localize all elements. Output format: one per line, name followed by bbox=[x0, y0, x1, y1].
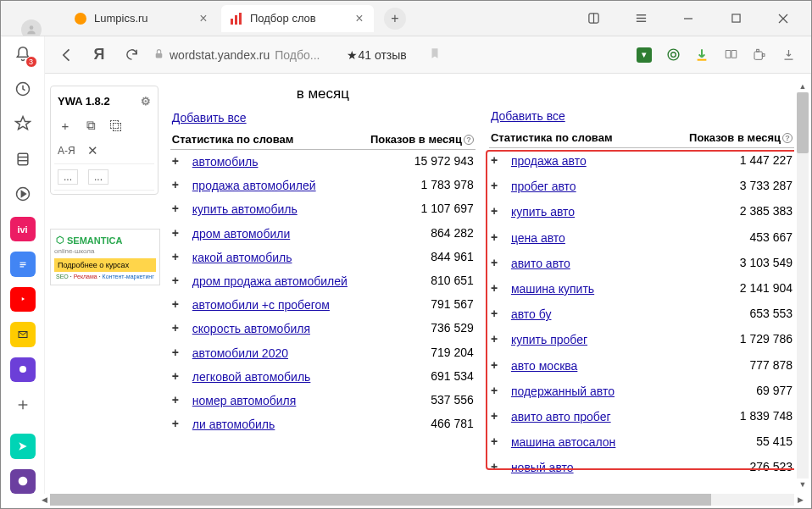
keyword-link[interactable]: авито авто bbox=[511, 256, 691, 271]
keyword-link[interactable]: машина автосалон bbox=[511, 434, 691, 450]
add-keyword-icon[interactable]: + bbox=[491, 332, 504, 346]
add-keyword-icon[interactable]: + bbox=[491, 230, 504, 244]
help-icon[interactable]: ? bbox=[782, 133, 793, 143]
scroll-up-arrow[interactable]: ▲ bbox=[797, 80, 809, 92]
add-keyword-icon[interactable]: + bbox=[172, 154, 186, 168]
scroll-left-arrow[interactable]: ◀ bbox=[38, 494, 50, 506]
downloads-icon[interactable] bbox=[781, 47, 796, 63]
keyword-link[interactable]: машина купить bbox=[511, 281, 691, 296]
ywa-clear-icon[interactable]: ✕ bbox=[86, 143, 101, 158]
youtube-app-icon[interactable] bbox=[10, 287, 36, 312]
keyword-link[interactable]: продажа авто bbox=[511, 153, 691, 169]
close-tab-icon[interactable]: × bbox=[197, 13, 209, 25]
extension-icon[interactable] bbox=[665, 47, 681, 63]
add-keyword-icon[interactable]: + bbox=[172, 297, 186, 311]
keyword-link[interactable]: купить пробег bbox=[511, 332, 691, 347]
keyword-link[interactable]: дром продажа автомобилей bbox=[192, 274, 372, 289]
add-keyword-icon[interactable]: + bbox=[172, 417, 186, 430]
ywa-copy-icon[interactable]: ⧉ bbox=[83, 118, 98, 133]
help-icon[interactable]: ? bbox=[464, 135, 474, 145]
scroll-down-arrow[interactable]: ▼ bbox=[797, 479, 809, 490]
keyword-link[interactable]: пробег авто bbox=[511, 179, 691, 194]
ywa-add-icon[interactable]: + bbox=[58, 118, 73, 133]
maximize-button[interactable] bbox=[720, 7, 752, 30]
browser-tab[interactable]: Lumpics.ru × bbox=[65, 5, 218, 32]
minimize-button[interactable] bbox=[672, 7, 704, 30]
add-keyword-icon[interactable]: + bbox=[172, 274, 186, 287]
ivi-app-icon[interactable]: ivi bbox=[10, 217, 36, 241]
back-button[interactable] bbox=[57, 45, 77, 65]
add-keyword-icon[interactable]: + bbox=[172, 250, 186, 263]
keyword-link[interactable]: авто москва bbox=[511, 358, 691, 373]
download-arrow-icon[interactable] bbox=[694, 47, 709, 63]
collections-icon[interactable] bbox=[10, 147, 36, 171]
scroll-thumb[interactable] bbox=[797, 92, 809, 153]
keyword-link[interactable]: автомобили 2020 bbox=[192, 346, 372, 361]
reader-icon[interactable] bbox=[723, 47, 738, 63]
keyword-link[interactable]: автомобили +с пробегом bbox=[192, 297, 372, 313]
add-keyword-icon[interactable]: + bbox=[172, 393, 186, 407]
add-keyword-icon[interactable]: + bbox=[491, 204, 504, 218]
add-keyword-icon[interactable]: + bbox=[172, 226, 186, 240]
yandex-search-icon[interactable]: Я bbox=[89, 45, 109, 65]
add-keyword-icon[interactable]: + bbox=[491, 409, 504, 423]
scroll-right-arrow[interactable]: ▶ bbox=[794, 494, 806, 506]
panel-icon[interactable] bbox=[577, 7, 609, 30]
add-keyword-icon[interactable]: + bbox=[172, 369, 186, 383]
ywa-settings-icon[interactable]: ⚙ bbox=[141, 95, 151, 108]
add-keyword-icon[interactable]: + bbox=[172, 202, 186, 215]
add-app-icon[interactable] bbox=[10, 392, 36, 417]
menu-icon[interactable] bbox=[625, 7, 657, 30]
add-keyword-icon[interactable]: + bbox=[491, 281, 504, 295]
address-bar[interactable]: wordstat.yandex.ru Подбо... bbox=[153, 48, 320, 62]
horizontal-scrollbar[interactable]: ◀ ▶ bbox=[50, 494, 794, 506]
vertical-scrollbar[interactable]: ▲ ▼ bbox=[797, 92, 809, 479]
close-window-button[interactable] bbox=[767, 7, 799, 30]
reload-button[interactable] bbox=[121, 45, 142, 65]
add-all-link[interactable]: Добавить все bbox=[170, 106, 248, 130]
keyword-link[interactable]: продажа автомобилей bbox=[192, 178, 372, 193]
bookmark-icon[interactable] bbox=[429, 47, 441, 64]
add-keyword-icon[interactable]: + bbox=[172, 321, 186, 335]
favorites-icon[interactable] bbox=[10, 112, 36, 136]
keyword-link[interactable]: купить автомобиль bbox=[192, 202, 372, 217]
browser-tab-active[interactable]: Подбор слов × bbox=[221, 5, 374, 32]
extensions-icon[interactable] bbox=[752, 47, 767, 63]
notifications-icon[interactable]: 3 bbox=[10, 41, 36, 66]
keyword-link[interactable]: цена авто bbox=[511, 230, 691, 246]
add-keyword-icon[interactable]: + bbox=[491, 434, 504, 448]
keyword-link[interactable]: авто бу bbox=[511, 307, 691, 322]
keyword-link[interactable]: номер автомобиля bbox=[192, 393, 372, 408]
keyword-link[interactable]: купить авто bbox=[511, 204, 691, 219]
keyword-link[interactable]: подержанный авто bbox=[511, 384, 691, 399]
keyword-link[interactable]: легковой автомобиль bbox=[192, 369, 372, 385]
docs-app-icon[interactable] bbox=[10, 252, 36, 276]
ywa-more-icon[interactable]: ... bbox=[58, 169, 78, 185]
add-keyword-icon[interactable]: + bbox=[491, 307, 504, 320]
alice-icon[interactable] bbox=[10, 469, 36, 494]
ad-banner[interactable]: ⬡SEMANTICA online-школа Подробнее о курс… bbox=[50, 229, 160, 285]
keyword-link[interactable]: ли автомобиль bbox=[192, 417, 372, 432]
add-keyword-icon[interactable]: + bbox=[491, 358, 504, 372]
extension-icon[interactable]: ▾ bbox=[637, 47, 652, 63]
add-keyword-icon[interactable]: + bbox=[172, 178, 186, 191]
history-icon[interactable] bbox=[10, 76, 36, 101]
add-keyword-icon[interactable]: + bbox=[491, 153, 504, 167]
app-icon[interactable] bbox=[10, 434, 36, 458]
keyword-link[interactable]: дром автомобили bbox=[192, 226, 372, 241]
add-all-link[interactable]: Добавить все bbox=[489, 104, 567, 128]
add-keyword-icon[interactable]: + bbox=[491, 460, 504, 473]
keyword-link[interactable]: новый авто bbox=[511, 460, 691, 475]
ywa-paste-icon[interactable]: ⿻ bbox=[108, 118, 124, 133]
add-keyword-icon[interactable]: + bbox=[172, 346, 186, 359]
mail-app-icon[interactable] bbox=[10, 322, 36, 346]
keyword-link[interactable]: авито авто пробег bbox=[511, 409, 691, 424]
keyword-link[interactable]: какой автомобиль bbox=[192, 250, 372, 265]
new-tab-button[interactable]: + bbox=[384, 8, 406, 30]
rating-label[interactable]: ★41 отзыв bbox=[347, 48, 406, 62]
ywa-more-icon[interactable]: ... bbox=[88, 169, 108, 185]
media-icon[interactable] bbox=[10, 182, 36, 207]
add-keyword-icon[interactable]: + bbox=[491, 179, 504, 192]
keyword-link[interactable]: автомобиль bbox=[192, 154, 372, 169]
add-keyword-icon[interactable]: + bbox=[491, 256, 504, 269]
